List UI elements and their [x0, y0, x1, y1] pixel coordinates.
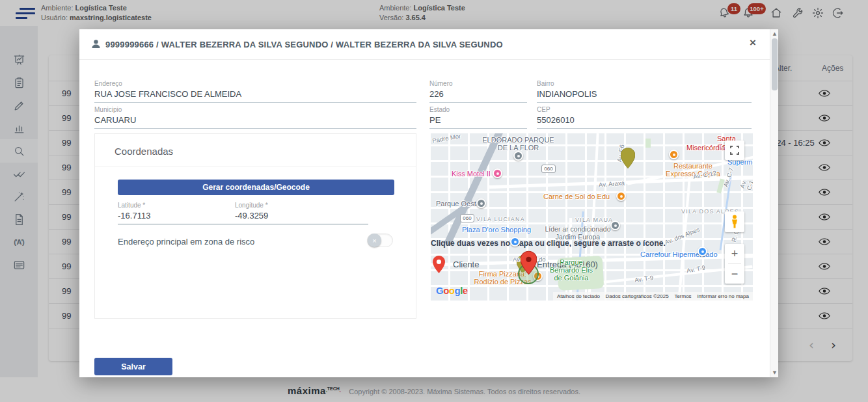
map-label-parque-bernardo: Parque Bernardo Élis de Goiânia — [536, 258, 607, 282]
map-label-street: Padre Mor — [431, 133, 461, 144]
google-map[interactable]: Padre Mor ELDORADO PARQUE DE LA FLOR Kis… — [431, 133, 753, 301]
legend-cliente-label: Cliente — [453, 260, 479, 269]
zoom-out-button[interactable]: − — [725, 264, 744, 284]
risk-zone-label: Endereço principal em zona de risco — [118, 237, 254, 247]
poi-hotel-icon[interactable] — [493, 168, 502, 178]
fullscreen-button[interactable] — [725, 141, 744, 160]
scrollbar-thumb[interactable] — [772, 38, 778, 90]
poi-transit-icon[interactable] — [476, 198, 486, 208]
cliente-legend-pin — [433, 256, 445, 273]
zoom-control: + − — [725, 244, 744, 284]
app-root: Ambiente: Logística Teste Usuário: maxst… — [0, 0, 868, 402]
map-label-carne-de-sol: Carne de Sol do Edu — [543, 193, 610, 200]
risk-zone-toggle[interactable]: × — [367, 234, 393, 247]
coordenadas-title: Coordenadas — [115, 146, 173, 157]
scroll-up-icon[interactable]: ▲ — [770, 31, 779, 36]
poi-restaurant-icon[interactable] — [669, 150, 679, 159]
municipio-field[interactable]: Municipio CARUARU — [94, 106, 416, 129]
zoom-in-button[interactable]: + — [725, 244, 744, 263]
poi-store-icon[interactable] — [610, 221, 620, 230]
modal-title: 9999999666 / WALTER BEZERRA DA SILVA SEG… — [105, 40, 503, 49]
map-label-av-t9: Av. T-9 — [634, 274, 653, 284]
coordenadas-divider — [95, 167, 416, 167]
map-data-link[interactable]: Dados cartográficos ©2025 — [606, 293, 669, 299]
modal-header-divider — [79, 59, 770, 60]
report-error-link[interactable]: Informar erro no mapa — [697, 293, 749, 299]
bairro-field[interactable]: Bairro INDIANOPOLIS — [537, 80, 752, 103]
person-icon — [90, 38, 102, 49]
route-shield: 060 — [541, 165, 556, 173]
map-label-street-fragment: do — [539, 256, 546, 263]
numero-field[interactable]: Número 226 — [429, 80, 527, 103]
park-area — [645, 139, 651, 148]
client-address-modal: 9999999666 / WALTER BEZERRA DA SILVA SEG… — [79, 29, 778, 377]
route-shield: 060 — [460, 214, 474, 222]
poi-shopping-icon[interactable] — [510, 237, 520, 247]
map-label-eldorado: ELDORADO PARQUE DE LA FLOR — [478, 136, 559, 152]
coordenadas-card: Coordenadas Gerar coordenadas/Geocode La… — [94, 133, 416, 319]
map-label-av-araxa: Av. Araxá — [599, 180, 625, 189]
google-logo: Google — [436, 285, 468, 296]
map-label-vila-luciana: VILA LUCIANA — [476, 216, 525, 222]
toggle-knob: × — [368, 234, 381, 247]
entrega-map-pin[interactable] — [621, 148, 635, 168]
map-label-vila-maua: VILA MAUA — [575, 217, 613, 223]
map-label-kiss-motel: Kiss Motel II — [452, 170, 491, 178]
poi-supermarket-icon[interactable] — [698, 247, 707, 256]
fullscreen-icon — [730, 146, 739, 155]
map-label-parque-oeste: Parque Oeste — [436, 200, 480, 208]
poi-transit-icon[interactable] — [513, 151, 523, 161]
close-icon[interactable]: × — [750, 37, 756, 48]
pegman-icon — [730, 215, 739, 229]
poi-restaurant-icon[interactable] — [616, 191, 626, 201]
keyboard-shortcuts-link[interactable]: Atalhos do teclado — [557, 293, 600, 299]
map-label-lider: Líder ar condicionado Jardim Europa — [543, 225, 613, 241]
modal-scrollbar[interactable]: ▲ ▼ — [770, 29, 778, 377]
terms-link[interactable]: Termos — [674, 293, 691, 299]
map-label-av-c1: Av. C-1 — [739, 176, 753, 191]
map-label-misericordia: Misericórdia — [686, 144, 725, 152]
save-button[interactable]: Salvar — [94, 358, 172, 375]
endereco-field[interactable]: Endereço RUA JOSE FRANCISCO DE ALMEIDA — [94, 80, 416, 103]
geocode-button[interactable]: Gerar coordenadas/Geocode — [118, 180, 394, 195]
cep-field[interactable]: CEP 55026010 — [537, 106, 752, 129]
estado-field[interactable]: Estado PE — [429, 106, 527, 129]
pegman-button[interactable] — [725, 211, 744, 232]
longitude-field[interactable]: Longitude * -49.3259 — [235, 202, 368, 224]
scroll-down-icon[interactable]: ▼ — [770, 370, 779, 375]
latitude-field[interactable]: Latitude * -16.7113 — [118, 202, 251, 224]
map-label-plaza-doro: Plaza D'oro Shopping — [462, 226, 531, 234]
map-attribution: Atalhos do teclado Dados cartográficos ©… — [553, 292, 753, 301]
cliente-map-pin[interactable] — [521, 250, 537, 275]
